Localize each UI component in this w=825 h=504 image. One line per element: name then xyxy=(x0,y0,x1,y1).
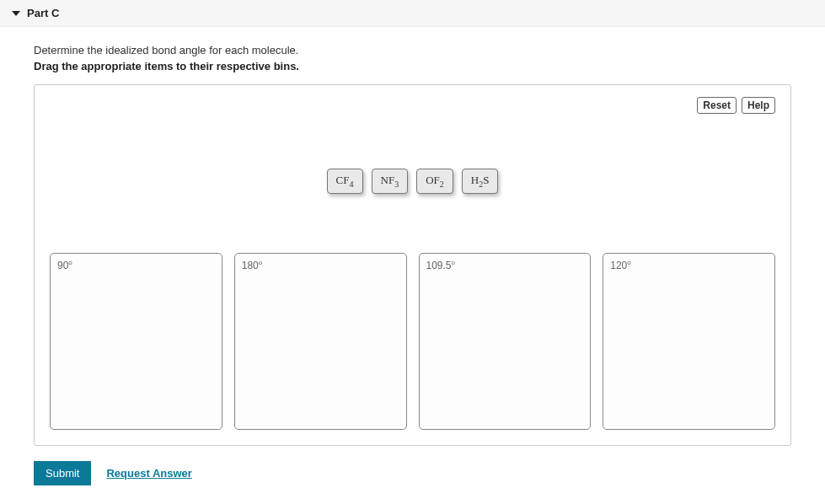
degree-icon: o xyxy=(627,259,630,266)
item-sub: 4 xyxy=(350,180,354,189)
caret-down-icon xyxy=(12,11,20,16)
bin-value: 90 xyxy=(57,260,68,271)
bins-row: 90o 180o 109.5o 120o xyxy=(50,253,775,430)
instruction-text: Drag the appropriate items to their resp… xyxy=(34,60,791,72)
drag-drop-workbox: Reset Help CF4 NF3 OF2 H2S 90o xyxy=(34,84,791,446)
bin-label: 120o xyxy=(610,259,630,271)
item-base: OF xyxy=(426,174,440,186)
part-title: Part C xyxy=(27,7,59,19)
item-tail: S xyxy=(483,174,489,186)
bin-value: 180 xyxy=(242,260,259,271)
part-header[interactable]: Part C xyxy=(0,0,825,27)
bin-label: 109.5o xyxy=(426,259,455,271)
bin-90[interactable]: 90o xyxy=(50,253,222,430)
bin-109-5[interactable]: 109.5o xyxy=(419,253,592,430)
item-sub: 2 xyxy=(440,180,444,189)
degree-icon: o xyxy=(452,259,455,266)
bin-value: 109.5 xyxy=(426,260,452,271)
reset-button[interactable]: Reset xyxy=(697,97,737,114)
submit-button[interactable]: Submit xyxy=(34,461,91,485)
content-area: Determine the idealized bond angle for e… xyxy=(0,27,825,502)
request-answer-link[interactable]: Request Answer xyxy=(106,467,191,480)
help-button[interactable]: Help xyxy=(742,97,775,114)
drag-item-cf4[interactable]: CF4 xyxy=(327,169,363,194)
bin-label: 180o xyxy=(242,259,262,271)
bin-120[interactable]: 120o xyxy=(603,253,775,430)
item-base: NF xyxy=(381,174,395,186)
bin-label: 90o xyxy=(57,259,72,271)
degree-icon: o xyxy=(68,259,72,266)
draggable-items-row: CF4 NF3 OF2 H2S xyxy=(50,122,775,253)
bin-180[interactable]: 180o xyxy=(234,253,407,430)
item-sub: 3 xyxy=(394,180,399,189)
item-base: H xyxy=(471,174,479,186)
drag-item-h2s[interactable]: H2S xyxy=(462,169,499,194)
drag-item-nf3[interactable]: NF3 xyxy=(372,169,409,194)
bin-value: 120 xyxy=(610,260,627,271)
action-bar: Submit Request Answer xyxy=(34,461,791,485)
prompt-text: Determine the idealized bond angle for e… xyxy=(34,44,791,56)
degree-icon: o xyxy=(259,259,262,266)
workbox-toolbar: Reset Help xyxy=(50,97,775,114)
item-base: CF xyxy=(336,174,350,186)
drag-item-of2[interactable]: OF2 xyxy=(416,169,453,194)
